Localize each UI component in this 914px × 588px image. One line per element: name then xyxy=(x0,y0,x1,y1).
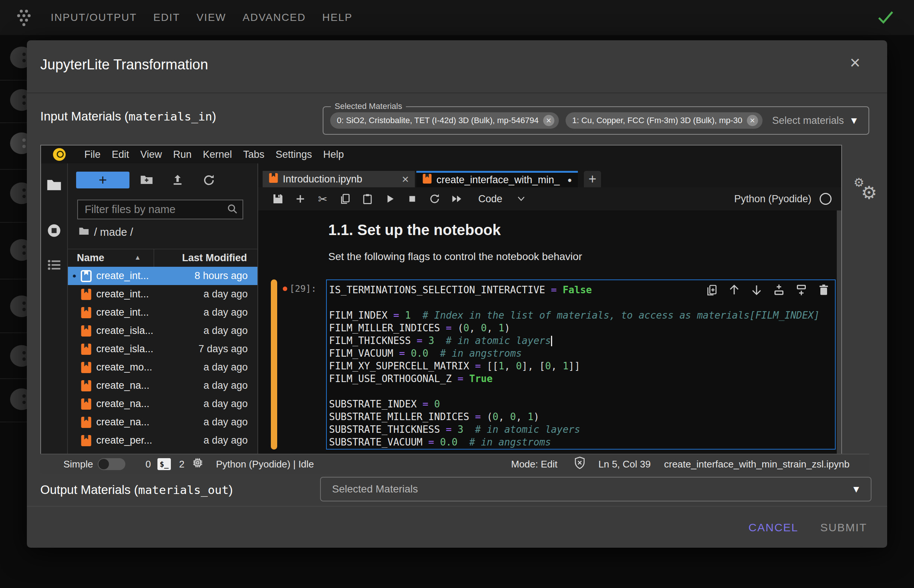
trust-shield-icon[interactable] xyxy=(573,456,586,472)
code-token: ( xyxy=(457,322,463,334)
column-last-modified[interactable]: Last Modified xyxy=(182,252,247,264)
code-token: 1 xyxy=(563,360,568,372)
jupyter-menu-item[interactable]: Help xyxy=(323,149,344,160)
column-name[interactable]: Name xyxy=(77,252,105,264)
save-icon[interactable] xyxy=(271,192,284,205)
stop-icon[interactable] xyxy=(406,192,418,205)
kernel-name[interactable]: Python (Pyodide) xyxy=(734,193,811,205)
jupyter-menu-item[interactable]: View xyxy=(140,149,162,160)
code-editor[interactable]: IS_TERMINATIONS_SELECTION_INTERACTIVE = … xyxy=(327,280,835,449)
jupyter-menu-item[interactable]: Settings xyxy=(276,149,312,160)
notebook-icon xyxy=(81,361,96,374)
restart-kernel-icon[interactable] xyxy=(428,192,441,205)
copy-icon[interactable] xyxy=(339,192,351,205)
add-cell-icon[interactable] xyxy=(294,192,307,205)
code-token: 0.0 xyxy=(411,348,428,359)
jupyter-menu-item[interactable]: Tabs xyxy=(243,149,265,160)
restart-run-all-icon[interactable] xyxy=(451,192,463,205)
cancel-button[interactable]: CANCEL xyxy=(746,521,801,534)
execution-prompt: [29]: xyxy=(283,284,317,294)
top-menu-item[interactable]: ADVANCED xyxy=(242,11,306,24)
cursor-position[interactable]: Ln 5, Col 39 xyxy=(598,459,651,470)
tab-create-interface[interactable]: create_interface_with_min_ ● xyxy=(416,171,578,187)
chip-remove-icon[interactable]: × xyxy=(543,115,554,126)
move-cell-down-icon[interactable] xyxy=(750,283,763,297)
terminal-icon[interactable]: $_ xyxy=(157,458,171,470)
sort-asc-icon[interactable]: ▲ xyxy=(134,254,141,262)
code-token: 0 xyxy=(493,411,498,422)
file-name: create_int... xyxy=(96,270,194,282)
top-menu-item[interactable]: EDIT xyxy=(153,11,180,24)
file-row[interactable]: create_isla...a day ago xyxy=(68,321,257,340)
jupyter-menu-item[interactable]: Kernel xyxy=(203,149,232,160)
notebook-icon xyxy=(269,172,278,186)
delete-cell-icon[interactable] xyxy=(817,283,830,297)
notebook-icon xyxy=(81,306,96,319)
notebook-panel: Introduction.ipynb × create_interface_wi… xyxy=(258,163,841,454)
cut-icon[interactable]: ✂ xyxy=(317,192,329,205)
selected-materials-field[interactable]: Selected Materials 0: SiO2, Cristobalite… xyxy=(323,106,869,135)
close-icon[interactable]: × xyxy=(850,54,860,72)
notebook-icon xyxy=(81,398,96,410)
code-token: = xyxy=(457,373,469,384)
jupyter-status-bar: Simple 0 $_ 2 Python (Pyodide) | Idle Mo… xyxy=(40,454,869,474)
kernel-chip-icon[interactable] xyxy=(191,456,204,472)
code-token: SUBSTRATE_INDEX xyxy=(329,399,422,410)
top-menu-item[interactable]: INPUT/OUTPUT xyxy=(51,11,137,24)
code-line: SUBSTRATE_MILLER_INDICES = (0, 0, 1) xyxy=(329,410,835,423)
top-menu-item[interactable]: VIEW xyxy=(197,11,226,24)
tab-close-icon[interactable]: × xyxy=(402,173,409,185)
code-token: 1 xyxy=(405,310,411,321)
material-chip[interactable]: 0: SiO2, Cristobalite, TET (I-42d) 3D (B… xyxy=(330,112,559,129)
jupyter-menu-item[interactable]: File xyxy=(84,149,101,160)
insert-cell-above-icon[interactable] xyxy=(772,283,786,297)
new-launcher-button[interactable]: + xyxy=(76,171,129,188)
table-of-contents-icon[interactable] xyxy=(47,257,61,274)
check-icon[interactable] xyxy=(877,9,895,27)
cell-collapser[interactable] xyxy=(271,279,277,449)
paste-icon[interactable] xyxy=(361,192,374,205)
file-row[interactable]: create_na...a day ago xyxy=(68,395,257,413)
file-row[interactable]: create_na...a day ago xyxy=(68,413,257,431)
top-menu-item[interactable]: HELP xyxy=(322,11,352,24)
kernel-status-icon[interactable] xyxy=(820,193,832,205)
file-row[interactable]: create_int...a day ago xyxy=(68,285,257,303)
duplicate-cell-icon[interactable] xyxy=(705,283,719,297)
tab-introduction[interactable]: Introduction.ipynb × xyxy=(263,171,415,187)
code-token: False xyxy=(563,284,592,296)
run-icon[interactable] xyxy=(384,192,396,205)
chevron-down-icon[interactable]: ▼ xyxy=(849,115,859,126)
new-tab-button[interactable]: + xyxy=(584,171,601,187)
jupyter-menu-item[interactable]: Run xyxy=(173,149,192,160)
jupyter-menu-item[interactable]: Edit xyxy=(112,149,129,160)
file-list: ●create_int...8 hours agocreate_int...a … xyxy=(68,267,257,454)
code-token: 3 xyxy=(428,335,434,346)
file-row[interactable]: create_per...a day ago xyxy=(68,431,257,449)
filter-files-input[interactable] xyxy=(84,203,227,216)
insert-cell-below-icon[interactable] xyxy=(795,283,808,297)
chip-remove-icon[interactable]: × xyxy=(747,115,758,126)
code-token: ) xyxy=(504,322,510,334)
move-cell-up-icon[interactable] xyxy=(727,283,741,297)
simple-mode-toggle[interactable] xyxy=(98,458,125,470)
running-kernels-icon[interactable] xyxy=(47,223,61,239)
kernel-status-text[interactable]: Python (Pyodide) | Idle xyxy=(216,459,314,470)
file-browser-icon[interactable] xyxy=(46,178,62,193)
breadcrumb[interactable]: / made / xyxy=(78,226,133,238)
cell-type-dropdown[interactable]: Code xyxy=(478,193,526,205)
material-chip[interactable]: 1: Cu, Copper, FCC (Fm-3m) 3D (Bulk), mp… xyxy=(565,112,762,129)
file-modified: a day ago xyxy=(203,307,257,318)
submit-button[interactable]: SUBMIT xyxy=(818,521,869,534)
refresh-icon[interactable] xyxy=(202,173,216,188)
output-materials-dropdown[interactable]: Selected Materials ▼ xyxy=(320,477,872,501)
upload-icon[interactable] xyxy=(171,173,184,188)
file-row[interactable]: ●create_int...8 hours ago xyxy=(68,267,257,285)
file-row[interactable]: create_int...a day ago xyxy=(68,303,257,321)
code-line: FILM_USE_ORTHOGONAL_Z = True xyxy=(329,372,835,385)
file-row[interactable]: create_na...a day ago xyxy=(68,376,257,395)
file-row[interactable]: create_isla...7 days ago xyxy=(68,340,257,358)
apps-grid-icon[interactable] xyxy=(14,8,34,28)
notebook-scrollbar[interactable] xyxy=(837,210,841,454)
new-folder-icon[interactable] xyxy=(139,173,154,188)
file-row[interactable]: create_mo...a day ago xyxy=(68,358,257,376)
